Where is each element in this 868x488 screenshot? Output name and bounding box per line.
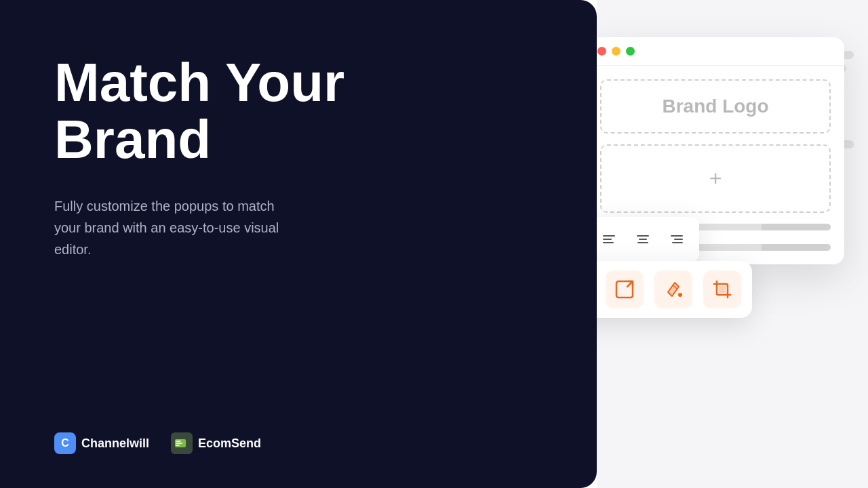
align-right-button[interactable] bbox=[661, 224, 692, 255]
ecomsend-logo: EcomSend bbox=[171, 432, 261, 454]
left-panel: Match Your Brand Fully customize the pop… bbox=[0, 0, 597, 488]
icon-toolbar: T bbox=[597, 261, 752, 318]
hero-heading: Match Your Brand bbox=[54, 54, 556, 168]
resize-tool-button[interactable] bbox=[606, 270, 644, 308]
brand-logo-placeholder[interactable]: Brand Logo bbox=[600, 79, 831, 134]
channelwill-label: Channelwill bbox=[81, 436, 149, 451]
brand-logo-text: Brand Logo bbox=[662, 96, 768, 117]
svg-rect-19 bbox=[719, 286, 726, 293]
alignment-toolbar bbox=[597, 217, 699, 262]
minimize-dot[interactable] bbox=[612, 47, 620, 56]
ecomsend-label: EcomSend bbox=[198, 436, 261, 451]
svg-point-16 bbox=[678, 293, 682, 297]
ecomsend-icon bbox=[171, 432, 193, 454]
right-panel: AUREVOIR Brand Logo + bbox=[597, 0, 868, 488]
hero-text: Match Your Brand Fully customize the pop… bbox=[54, 54, 556, 260]
channelwill-icon: C bbox=[54, 432, 76, 454]
close-dot[interactable] bbox=[597, 47, 606, 56]
align-center-button[interactable] bbox=[627, 224, 658, 255]
brand-logos: C Channelwill EcomSend bbox=[54, 432, 556, 454]
image-upload-placeholder[interactable]: + bbox=[600, 144, 831, 213]
ecomsend-svg-icon bbox=[175, 438, 189, 449]
plus-icon: + bbox=[709, 166, 722, 191]
fill-tool-button[interactable] bbox=[654, 270, 692, 308]
channelwill-logo: C Channelwill bbox=[54, 432, 149, 454]
maximize-dot[interactable] bbox=[626, 47, 635, 56]
crop-tool-button[interactable] bbox=[703, 270, 741, 308]
align-left-button[interactable] bbox=[597, 224, 625, 255]
browser-titlebar bbox=[597, 37, 844, 66]
hero-description: Fully customize the popups to match your… bbox=[54, 195, 285, 260]
